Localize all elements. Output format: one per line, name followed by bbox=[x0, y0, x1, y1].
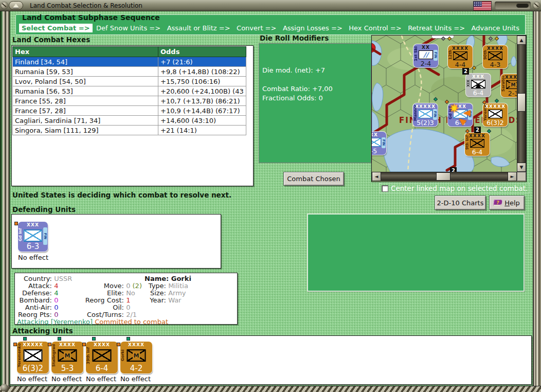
help-button-label: Help bbox=[504, 199, 520, 207]
modifiers-title: Die Roll Modifiers bbox=[260, 34, 329, 42]
unit-size-label: XXXXX bbox=[413, 104, 438, 109]
mtn-symbol-icon bbox=[471, 80, 485, 88]
center-map-checkbox-label: Center linked map on selected combat. bbox=[391, 184, 528, 192]
unit-counter-edge[interactable]: XX-5FIN bbox=[372, 132, 386, 155]
center-map-checkbox[interactable] bbox=[382, 185, 388, 192]
stack-count-badge: 2 bbox=[450, 167, 457, 172]
unit-combat-value: 4-4 bbox=[448, 61, 473, 68]
unit-combat-value: 6(3)2 bbox=[483, 119, 508, 127]
unit-combat-value: -5 bbox=[372, 147, 386, 155]
hex-row[interactable]: Singora, Siam [111, 129]+21 (14:1) bbox=[13, 126, 246, 135]
hex-column-header[interactable]: Hex bbox=[13, 47, 158, 57]
dialog-content: Land Combat Subphase Sequence Select Com… bbox=[10, 11, 533, 386]
attacking-title: Attacking Units bbox=[12, 327, 73, 335]
unit-size-label: XXXXX bbox=[483, 104, 508, 109]
center-map-checkbox-row[interactable]: Center linked map on selected combat. bbox=[380, 183, 530, 193]
unit-counter-12th-inf[interactable]: 12th InfXXXX4-4 bbox=[448, 45, 473, 68]
unit-counter-39th-inf[interactable]: 39th InfXXXX6-4 bbox=[86, 342, 118, 373]
die-roll-modifiers-panel: Die mod. (net): +7 Combat Ratio: +7,00Fr… bbox=[259, 43, 371, 163]
detail-field: Move: 0 (2) bbox=[77, 282, 142, 290]
inf-field-symbol-icon bbox=[488, 51, 502, 60]
unit-counter-yeremenko[interactable]: YeremenkoXXXXX6(3)2 bbox=[483, 103, 508, 127]
status-text: United States is deciding which combat t… bbox=[12, 191, 231, 199]
scroll-down-button[interactable]: ▼ bbox=[517, 163, 526, 172]
unit-effect-label: No effect bbox=[120, 375, 151, 383]
unit-counter-90th-inf[interactable]: 90th InfXXXX4-3 bbox=[483, 45, 508, 68]
militia-symbol-icon: M bbox=[58, 349, 77, 362]
charts-button[interactable]: 2-D-10 Charts bbox=[435, 195, 486, 210]
hex-row[interactable]: France [57, 28]+10,9 (+14,4B) (67:17) bbox=[13, 106, 246, 116]
defending-panel: Gd InfXXX6-3FINNo effect bbox=[11, 214, 221, 269]
unit-counter-1st-ski-div[interactable]: 1st Ski divXX//2-4FIN bbox=[413, 44, 438, 67]
nation-tag: FIN bbox=[43, 227, 47, 245]
defending-title: Defending Units bbox=[12, 205, 76, 213]
help-button[interactable]: ? Help bbox=[489, 195, 525, 210]
unit-counter-gd-inf[interactable]: Gd InfXXX6-3FIN bbox=[18, 222, 48, 252]
unit-size-label: XXXX bbox=[448, 46, 473, 51]
inf-blue-symbol-icon bbox=[372, 138, 381, 147]
sequence-step: Hex Control => bbox=[346, 24, 404, 32]
detail-field: Oil: 0 bbox=[77, 304, 130, 311]
hex-row[interactable]: Lvov, Poland [54, 50]+15,750 (106:16) bbox=[13, 77, 246, 86]
unit-counter-yeremenko[interactable]: YeremenkoXXXXX6(3)2 bbox=[17, 342, 49, 373]
hex-row[interactable]: Rumania [59, 53]+9,8 (+14,8B) (108:22) bbox=[13, 67, 246, 77]
unit-counter-9th-inf[interactable]: 9th InfXXXX6-4 bbox=[465, 133, 490, 156]
unit-counter-stalingrad[interactable]: StalingradXXXXM5-3 bbox=[51, 342, 83, 373]
hexes-title: Land Combat Hexes bbox=[12, 35, 90, 44]
unit-combat-value: 4-3 bbox=[483, 61, 508, 68]
unit-size-label: XXXX bbox=[501, 75, 517, 80]
unit-counter-gorki[interactable]: GorkiXXXXM4-2 bbox=[120, 342, 152, 373]
frame-bottom-decoration bbox=[0, 386, 541, 392]
screw-icon bbox=[1, 2, 8, 9]
unit-size-label: XXXXX bbox=[17, 342, 49, 347]
detail-field: Type: Militia bbox=[146, 282, 188, 290]
detail-field: Elite: No bbox=[77, 290, 135, 297]
detail-field: Year: War bbox=[146, 297, 181, 304]
hex-row[interactable]: Finland [34, 54]+7 (21:6) bbox=[13, 57, 246, 67]
hex-table: Hex Odds Finland [34, 54]+7 (21:6)Rumani… bbox=[12, 46, 246, 135]
hex-row[interactable]: Rumania [56, 53]+20,600 (+24,100B) (43 bbox=[13, 86, 246, 96]
hex-row[interactable]: Cagliari, Sardinia [71, 34]+14,600 (43:1… bbox=[13, 116, 246, 126]
window-titlebar[interactable]: Land Combat Selection & Resolution bbox=[0, 0, 541, 11]
unit-counter-mannerheim[interactable]: MannerheimXXXXX5(2)3FIN bbox=[413, 103, 438, 127]
unit-counter-saratov[interactable]: SaratovXXXXM2-3 bbox=[501, 74, 517, 97]
unit-combat-value: 5(2)3 bbox=[413, 119, 438, 127]
unit-effect-label: No effect bbox=[86, 375, 116, 383]
unit-combat-value: 6-4 bbox=[465, 148, 490, 156]
map-vertical-scrollbar[interactable]: ▲ ▼ bbox=[517, 35, 526, 172]
unit-size-label: XXXX bbox=[86, 342, 118, 347]
window-title: Land Combat Selection & Resolution bbox=[30, 2, 142, 9]
map-viewport[interactable]: FINNISH BORDERLANDS 1st Ski divXX//2-4FI… bbox=[372, 35, 517, 172]
nation-tag: FIN bbox=[433, 109, 437, 120]
inf-field-symbol-icon bbox=[470, 139, 484, 148]
unit-marker-dot bbox=[82, 343, 86, 346]
militia-symbol-icon: M bbox=[506, 80, 517, 89]
scroll-left-button[interactable]: ◄ bbox=[372, 172, 381, 181]
land-combat-window: Land Combat Selection & Resolution Land … bbox=[0, 0, 541, 392]
die-roll-modifiers-body: Die mod. (net): +7 Combat Ratio: +7,00Fr… bbox=[262, 66, 368, 103]
unit-size-label: XX bbox=[413, 45, 438, 50]
hex-row[interactable]: France [55, 28]+10,7 (+13,7B) (86:21) bbox=[13, 96, 246, 106]
map-panel: FINNISH BORDERLANDS 1st Ski divXX//2-4FI… bbox=[371, 35, 527, 182]
unit-marker-dot bbox=[23, 337, 27, 341]
stack-count-badge: 2 bbox=[474, 127, 481, 133]
unit-effect-label: No effect bbox=[17, 375, 47, 383]
inf-blue-symbol-icon bbox=[24, 229, 43, 242]
sequence-step: Retreat Units => bbox=[405, 24, 467, 32]
combat-chosen-button[interactable]: Combat Chosen bbox=[283, 172, 344, 186]
map-horizontal-scrollbar[interactable]: ◄ ► bbox=[372, 172, 517, 181]
detail-field: Anti-Air: 0 bbox=[17, 304, 58, 311]
scroll-up-button[interactable]: ▲ bbox=[517, 35, 526, 45]
restore-triangle-button[interactable] bbox=[9, 1, 23, 10]
detail-footer: Attacking [Yeremenko] Committed to comba… bbox=[17, 318, 168, 326]
unit-detail-panel: Country: USSRAttack: 4Defense: 4Bombard:… bbox=[14, 273, 238, 325]
odds-column-header[interactable]: Odds bbox=[158, 47, 246, 57]
nation-tag: FIN bbox=[382, 137, 386, 148]
scroll-right-button[interactable]: ► bbox=[508, 172, 517, 181]
vertical-scroll-thumb[interactable] bbox=[517, 93, 526, 112]
horizontal-scroll-thumb[interactable] bbox=[436, 172, 450, 181]
unit-combat-value: 2-4 bbox=[413, 60, 438, 67]
up-triangle-icon bbox=[13, 4, 19, 8]
unit-counter-xix-mtn[interactable]: XIX MtnXXX6-4 bbox=[466, 74, 491, 97]
sequence-step: Convert => bbox=[234, 24, 279, 32]
